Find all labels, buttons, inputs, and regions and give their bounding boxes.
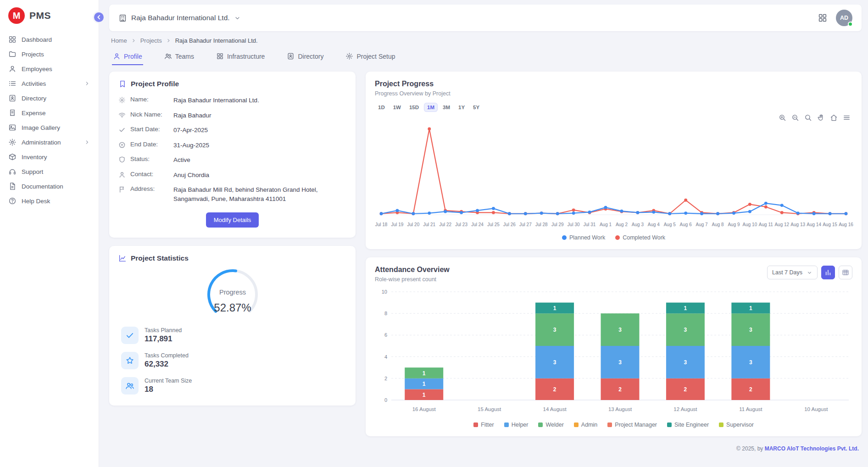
- attendance-filter-select[interactable]: Last 7 Days: [767, 266, 818, 279]
- logo[interactable]: M PMS: [0, 0, 99, 29]
- tab-infrastructure[interactable]: Infrastructure: [215, 49, 266, 65]
- svg-text:Jul 26: Jul 26: [503, 222, 516, 227]
- table-icon: [842, 269, 849, 276]
- stats-list: Tasks Planned117,891Tasks Completed62,33…: [118, 320, 346, 397]
- tab-directory[interactable]: Directory: [286, 49, 324, 65]
- table-view-button[interactable]: [839, 266, 852, 279]
- left-column: Project Profile Name:Raja Bahadur Intern…: [109, 72, 356, 406]
- sidebar-item-directory[interactable]: Directory: [5, 91, 94, 106]
- stat-value: 62,332: [145, 360, 189, 369]
- modify-details-button[interactable]: Modify Details: [206, 212, 259, 228]
- legend-item-admin[interactable]: Admin: [574, 422, 597, 428]
- sidebar-item-employees[interactable]: Employees: [5, 61, 94, 76]
- zoom-out-button[interactable]: [791, 114, 799, 122]
- range-1w-button[interactable]: 1W: [390, 103, 404, 112]
- sidebar-item-image-gallery[interactable]: Image Gallery: [5, 120, 94, 135]
- svg-text:3: 3: [618, 327, 622, 333]
- sidebar-item-label: Projects: [22, 51, 44, 58]
- stat-label: Current Team Size: [145, 378, 192, 384]
- headphones-icon: [8, 167, 17, 176]
- topbar-right: AD: [818, 10, 852, 26]
- stat-tasks-completed: Tasks Completed62,332: [121, 352, 344, 369]
- check-icon: [118, 126, 126, 133]
- sidebar-item-projects[interactable]: Projects: [5, 47, 94, 61]
- profile-fields: Name:Raja Bahadur International Ltd.Nick…: [118, 96, 346, 204]
- sidebar-item-expense[interactable]: Expense: [5, 106, 94, 120]
- svg-text:Jul 18: Jul 18: [375, 222, 388, 227]
- attendance-subtitle: Role-wise present count: [375, 276, 450, 283]
- shield-icon: [118, 156, 126, 163]
- field-value: Anuj Chordia: [173, 171, 209, 180]
- svg-text:10 August: 10 August: [804, 406, 828, 412]
- footer-company-link[interactable]: MARCO AIoT Technologies Pvt. Ltd.: [765, 445, 859, 452]
- tab-teams[interactable]: Teams: [163, 49, 195, 65]
- legend-label: Supervisor: [726, 422, 754, 428]
- gauge-value: 52.87%: [214, 301, 251, 314]
- users-icon: [164, 52, 172, 60]
- menu-button[interactable]: [843, 114, 851, 122]
- svg-text:1: 1: [423, 370, 426, 377]
- svg-text:Jul 22: Jul 22: [439, 222, 451, 227]
- profile-field-contact: Contact:Anuj Chordia: [118, 171, 346, 180]
- avatar[interactable]: AD: [836, 10, 852, 26]
- sidebar-item-label: Support: [22, 168, 43, 175]
- legend-item-planned-work[interactable]: Planned Work: [562, 234, 605, 241]
- sidebar-item-support[interactable]: Support: [5, 164, 94, 179]
- range-1d-button[interactable]: 1D: [375, 103, 388, 112]
- apps-grid-icon[interactable]: [818, 13, 828, 23]
- legend-marker: [667, 423, 672, 427]
- contact-icon: [8, 94, 17, 102]
- sidebar-item-documentation[interactable]: Documentation: [5, 179, 94, 194]
- legend-item-site-engineer[interactable]: Site Engineer: [667, 422, 709, 428]
- legend-item-project-manager[interactable]: Project Manager: [607, 422, 657, 428]
- chevron-down-icon: [807, 270, 812, 276]
- x-circle-icon: [118, 141, 126, 149]
- svg-text:Aug 8: Aug 8: [712, 222, 724, 227]
- tab-project-setup[interactable]: Project Setup: [345, 49, 396, 65]
- svg-text:3: 3: [553, 327, 556, 333]
- svg-text:Jul 27: Jul 27: [519, 222, 532, 227]
- sidebar-collapse-button[interactable]: [93, 11, 105, 23]
- chevron-left-icon: [95, 13, 103, 21]
- gauge-label: Progress: [219, 289, 245, 296]
- svg-text:2: 2: [618, 386, 622, 393]
- legend-item-fitter[interactable]: Fitter: [473, 422, 494, 428]
- range-1y-button[interactable]: 1Y: [455, 103, 468, 112]
- legend-item-supervisor[interactable]: Supervisor: [719, 422, 754, 428]
- footer-text: © 2025, by: [736, 445, 765, 452]
- company-selector[interactable]: Raja Bahadur International Ltd.: [118, 14, 241, 22]
- sidebar-item-inventory[interactable]: Inventory: [5, 150, 94, 164]
- tab-label: Directory: [298, 53, 323, 60]
- svg-text:14 August: 14 August: [543, 406, 567, 412]
- breadcrumb-item-home[interactable]: Home: [111, 37, 127, 44]
- svg-text:Jul 29: Jul 29: [551, 222, 564, 227]
- app-root: M PMS DashboardProjectsEmployeesActiviti…: [0, 0, 868, 467]
- range-15d-button[interactable]: 15D: [406, 103, 422, 112]
- range-5y-button[interactable]: 5Y: [470, 103, 483, 112]
- legend-marker: [574, 423, 579, 427]
- project-progress-title: Project Progress: [375, 80, 852, 88]
- legend-item-completed-work[interactable]: Completed Work: [615, 234, 665, 241]
- legend-item-helper[interactable]: Helper: [504, 422, 529, 428]
- range-3m-button[interactable]: 3M: [440, 103, 453, 112]
- selection-zoom-button[interactable]: [804, 114, 812, 122]
- sidebar-item-administration[interactable]: Administration: [5, 135, 94, 150]
- svg-text:1: 1: [423, 392, 426, 398]
- breadcrumb-item-projects[interactable]: Projects: [140, 37, 162, 44]
- svg-text:Jul 28: Jul 28: [535, 222, 548, 227]
- pan-button[interactable]: [817, 114, 825, 122]
- tab-profile[interactable]: Profile: [112, 49, 143, 65]
- online-status-dot: [848, 22, 853, 27]
- zoom-in-button[interactable]: [779, 114, 786, 122]
- stat-current-team-size: Current Team Size18: [121, 377, 344, 395]
- sidebar-item-dashboard[interactable]: Dashboard: [5, 32, 94, 47]
- bar-view-button[interactable]: [821, 266, 835, 279]
- chevron-right-icon: [166, 38, 172, 44]
- home-button[interactable]: [830, 114, 838, 122]
- legend-item-welder[interactable]: Welder: [538, 422, 563, 428]
- sidebar-item-label: Image Gallery: [22, 124, 60, 131]
- profile-field-status: Status:Active: [118, 156, 346, 165]
- sidebar-item-activities[interactable]: Activities: [5, 76, 94, 91]
- sidebar-item-help-desk[interactable]: Help Desk: [5, 194, 94, 208]
- range-1m-button[interactable]: 1M: [424, 103, 438, 112]
